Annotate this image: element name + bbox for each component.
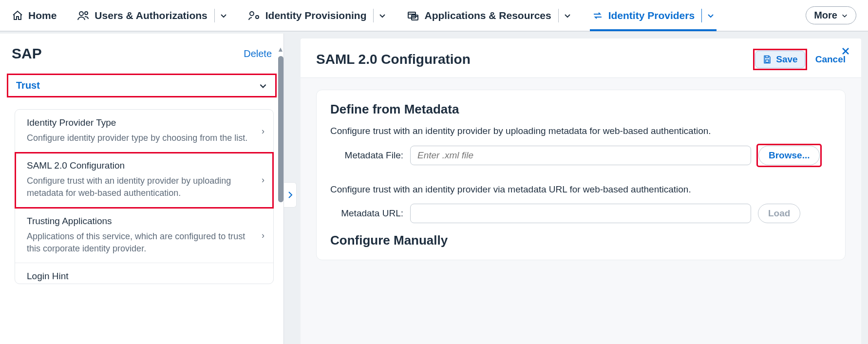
menu-identity-provider-type[interactable]: Identity Provider Type Configure identit… [15, 110, 273, 153]
nav-idprov-label: Identity Provisioning [265, 10, 367, 21]
trust-menu: Identity Provider Type Configure identit… [15, 109, 274, 284]
provisioning-icon [248, 10, 261, 21]
card-title: Define from Metadata [330, 102, 831, 117]
right-panel: SAML 2.0 Configuration Save Cancel Defin… [301, 38, 861, 344]
svg-rect-6 [766, 60, 769, 62]
svg-point-0 [79, 12, 83, 16]
save-button[interactable]: Save [755, 51, 805, 68]
right-header: SAML 2.0 Configuration Save Cancel [301, 38, 861, 78]
left-panel: ▲ SAP Delete Trust Identity Provider Typ… [0, 34, 284, 344]
metadata-url-label: Metadata URL: [330, 208, 403, 219]
chevron-right-icon: › [262, 126, 264, 136]
menu-title: Login Hint [27, 271, 249, 282]
left-header: SAP Delete [0, 34, 283, 74]
chevron-right-icon: › [262, 175, 264, 185]
menu-desc: Applications of this service, which are … [27, 230, 249, 255]
nav-idp-caret[interactable] [701, 9, 715, 22]
users-icon [77, 10, 90, 21]
home-icon [12, 10, 23, 21]
chevron-down-icon [841, 12, 848, 19]
scrollbar[interactable]: ▲ [277, 45, 284, 328]
more-button[interactable]: More [806, 6, 856, 24]
sync-icon [592, 10, 604, 21]
scroll-up-icon: ▲ [277, 45, 284, 53]
more-label: More [814, 10, 837, 21]
apps-icon [407, 10, 419, 21]
menu-desc: Configure trust with an identity provide… [27, 175, 249, 199]
chevron-down-icon [259, 81, 267, 90]
close-icon [841, 46, 850, 56]
menu-trusting-apps[interactable]: Trusting Applications Applications of th… [15, 208, 273, 263]
workspace: ▲ SAP Delete Trust Identity Provider Typ… [0, 31, 868, 344]
metadata-file-label: Metadata File: [330, 150, 403, 161]
menu-title: SAML 2.0 Configuration [27, 160, 249, 171]
metadata-url-row: Metadata URL: Load [330, 204, 831, 223]
nav-id-provisioning[interactable]: Identity Provisioning [248, 0, 387, 31]
browse-button[interactable]: Browse... [758, 146, 820, 165]
save-icon [762, 55, 772, 64]
nav-users-caret[interactable] [214, 9, 227, 22]
save-highlight: Save [755, 50, 805, 69]
browse-highlight: Browse... [758, 145, 820, 166]
page-title: SAML 2.0 Configuration [316, 52, 471, 67]
menu-title: Trusting Applications [27, 216, 249, 227]
svg-point-2 [250, 12, 254, 16]
nav-home-label: Home [28, 10, 57, 21]
menu-desc: Configure identity provider type by choo… [27, 132, 249, 144]
collapse-toggle[interactable] [284, 182, 297, 208]
desc-url: Configure trust with an identity provide… [330, 184, 831, 195]
nav-users-label: Users & Authorizations [94, 10, 207, 21]
metadata-url-input[interactable] [410, 204, 751, 223]
delete-link[interactable]: Delete [244, 48, 272, 59]
right-body: Define from Metadata Configure trust wit… [301, 78, 861, 344]
close-button[interactable] [841, 46, 850, 56]
nav-idp-label: Identity Providers [608, 10, 695, 21]
nav-users[interactable]: Users & Authorizations [77, 0, 227, 31]
chevron-right-icon: › [262, 230, 264, 240]
chevron-right-icon [287, 190, 294, 200]
desc-file: Configure trust with an identity provide… [330, 126, 831, 136]
nav-idprov-caret[interactable] [373, 9, 386, 22]
top-nav: Home Users & Authorizations Identity Pro… [0, 0, 868, 31]
scroll-thumb[interactable] [278, 56, 283, 202]
metadata-file-row: Metadata File: Browse... [330, 145, 831, 166]
trust-section-header[interactable]: Trust [7, 74, 277, 97]
menu-saml-config[interactable]: SAML 2.0 Configuration Configure trust w… [15, 153, 273, 208]
save-label: Save [776, 54, 797, 65]
nav-apps-caret[interactable] [558, 9, 571, 22]
menu-login-hint[interactable]: Login Hint [15, 263, 273, 284]
configure-manually-title: Configure Manually [330, 233, 831, 248]
nav-apps[interactable]: Applications & Resources [407, 0, 571, 31]
nav-identity-providers[interactable]: Identity Providers [592, 0, 715, 31]
nav-apps-label: Applications & Resources [424, 10, 551, 21]
trust-label: Trust [16, 80, 40, 91]
metadata-card: Define from Metadata Configure trust wit… [316, 90, 846, 260]
provider-title: SAP [12, 45, 42, 62]
load-button[interactable]: Load [758, 204, 800, 223]
menu-title: Identity Provider Type [27, 117, 249, 128]
nav-home[interactable]: Home [12, 0, 57, 31]
metadata-file-input[interactable] [410, 146, 751, 165]
svg-point-1 [85, 12, 88, 15]
